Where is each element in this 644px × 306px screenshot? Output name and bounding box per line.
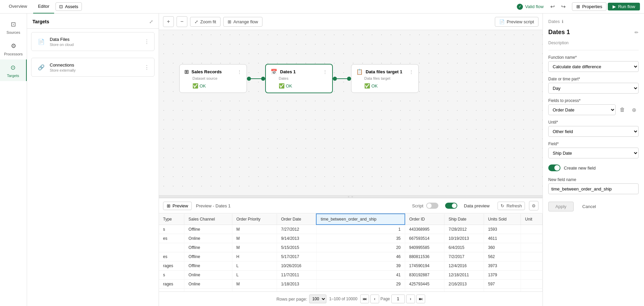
page-prev-button[interactable]: ‹ [370, 295, 379, 303]
page-last-button[interactable]: ⏭ [416, 295, 425, 303]
page-label: Page [381, 297, 390, 301]
table-cell: 1/16/2017 [444, 289, 484, 292]
dates1-status: ✅ OK [271, 83, 327, 88]
right-panel-name-row: Dates 1 ✏ [548, 29, 639, 36]
zoom-fit-button[interactable]: ⤢ Zoom fit [190, 17, 221, 27]
arrange-flow-button[interactable]: ⊞ Arrange flow [223, 17, 262, 27]
edit-icon[interactable]: ✏ [635, 30, 639, 35]
date-part-select[interactable]: Day Month Year Hour Minute [548, 83, 639, 94]
delete-field-button[interactable]: 🗑 [618, 105, 627, 114]
table-cell: 1/18/2013 [277, 280, 316, 289]
function-name-group: Function name* Calculate date difference… [548, 55, 639, 72]
resize-handle[interactable]: = = [159, 195, 543, 198]
table-cell: 10/19/2013 [444, 234, 484, 243]
zoom-in-button[interactable]: + [163, 16, 174, 27]
until-select[interactable]: Other field Today Custom date [548, 126, 639, 137]
node-header-data-files-target: 📋 Data files target 1 ⋮ [356, 69, 414, 75]
col-time-between: time_between_order_and_ship [316, 214, 405, 225]
table-cell [159, 243, 184, 252]
preview-script-button[interactable]: 📄 Preview script [495, 17, 538, 27]
cancel-button[interactable]: Cancel [577, 202, 601, 211]
connections-menu-dots[interactable]: ⋮ [144, 64, 150, 71]
table-cell: 174590194 [405, 261, 444, 271]
table-cell: Online [184, 271, 232, 280]
table-cell: 1379 [484, 271, 521, 280]
script-toggle-switch[interactable] [426, 203, 438, 209]
fields-to-process-group: Fields to process* Order Date Ship Date … [548, 98, 639, 115]
sidebar-item-processors[interactable]: ⚙ Processors [0, 38, 27, 59]
sidebar-item-sources[interactable]: ⊡ Sources [0, 16, 27, 38]
table-row: ragesOnlineM1/18/2013294257934452/16/201… [159, 280, 543, 289]
page-next-button[interactable]: › [406, 295, 415, 303]
table-cell: 41 [316, 271, 405, 280]
data-table: Type Sales Channel Order Priority Order … [159, 213, 543, 291]
table-cell [521, 261, 543, 271]
target-card-data-files[interactable]: 📄 Data Files Store on cloud ⋮ [31, 32, 155, 51]
tab-editor[interactable]: Editor [33, 0, 54, 14]
divider-1 [548, 50, 639, 50]
dates1-menu-dots[interactable]: ⋮ [323, 69, 327, 75]
targets-header: Targets ⤢ [27, 14, 159, 29]
table-cell: 830192887 [405, 271, 444, 280]
page-first-button[interactable]: ⏮ [360, 295, 369, 303]
dates1-icon: 📅 [271, 69, 277, 75]
table-cell: 1476 [484, 289, 521, 292]
add-field-button[interactable]: ⊕ [629, 105, 639, 114]
right-panel-breadcrumb-row: Dates ℹ [548, 19, 639, 24]
run-flow-icon: ▶ [613, 4, 616, 9]
preview-button[interactable]: ⊞ Preview [163, 202, 192, 210]
new-field-name-input[interactable] [548, 183, 639, 194]
page-number-input[interactable] [391, 295, 405, 303]
apply-button[interactable]: Apply [548, 202, 574, 211]
flow-node-sales-records[interactable]: ⊞ Sales Records ⋮ Dataset source ✅ OK [179, 64, 247, 93]
expand-button[interactable]: ⤢ [149, 19, 153, 24]
rows-per-page-select[interactable]: 1005025 [309, 295, 326, 303]
table-cell: 562 [484, 252, 521, 261]
table-cell: M [232, 243, 277, 252]
info-icon[interactable]: ℹ [562, 19, 564, 24]
conn-line-1 [251, 78, 261, 79]
tab-assets[interactable]: ⊡ Assets [55, 2, 82, 11]
create-new-field-toggle-knob [554, 165, 560, 171]
undo-button[interactable]: ↩ [548, 2, 557, 11]
table-row: esOfflineH5/17/2017468808115367/2/201756… [159, 252, 543, 261]
create-new-field-label: Create new field [564, 165, 596, 171]
table-cell [521, 280, 543, 289]
function-name-select[interactable]: Calculate date difference Add days Subtr… [548, 61, 639, 72]
table-cell: 12/4/2016 [444, 261, 484, 271]
fields-to-process-select[interactable]: Order Date Ship Date Order ID [548, 104, 616, 115]
data-files-target-menu-dots[interactable]: ⋮ [409, 69, 414, 75]
redo-button[interactable]: ↪ [558, 2, 568, 11]
flow-canvas[interactable]: ⊞ Sales Records ⋮ Dataset source ✅ OK [159, 30, 543, 195]
run-flow-button[interactable]: ▶ Run flow [608, 3, 640, 10]
date-part-label: Date or time part* [548, 77, 639, 81]
refresh-button[interactable]: ↻ Refresh [498, 202, 525, 210]
col-sales-channel: Sales Channel [184, 214, 232, 225]
flow-node-data-files-target[interactable]: 📋 Data files target 1 ⋮ Data files targe… [351, 64, 419, 93]
data-preview-toggle-switch[interactable] [445, 203, 457, 209]
target-card-connections[interactable]: 🔗 Connections Store externally ⋮ [31, 58, 155, 77]
data-files-target-ok-icon: ✅ [364, 83, 370, 88]
rows-per-page: Rows per page: 1005025 [276, 295, 326, 303]
preview-settings-button[interactable]: ⚙ [529, 201, 538, 210]
data-table-container[interactable]: Type Sales Channel Order Priority Order … [159, 213, 543, 291]
flow-node-dates1[interactable]: 📅 Dates 1 ⋮ Dates ✅ OK [265, 64, 333, 93]
page-nav: ⏮ ‹ Page › ⏭ [360, 295, 425, 303]
create-new-field-toggle[interactable] [548, 164, 560, 171]
table-cell: 6/4/2015 [444, 243, 484, 252]
table-cell [521, 252, 543, 261]
data-files-target-status: ✅ OK [356, 83, 414, 88]
zoom-out-button[interactable]: − [177, 16, 187, 27]
tab-overview[interactable]: Overview [4, 0, 32, 14]
right-panel: Dates ℹ Dates 1 ✏ Description Function n… [543, 14, 644, 306]
table-cell: rages [159, 289, 184, 292]
data-files-menu-dots[interactable]: ⋮ [144, 39, 150, 45]
sales-records-menu-dots[interactable]: ⋮ [237, 69, 242, 75]
connections-icon: 🔗 [36, 62, 46, 72]
settings-icon: ⚙ [532, 203, 536, 208]
properties-button[interactable]: ⊞ Properties [572, 2, 606, 11]
table-cell: L [232, 261, 277, 271]
sales-records-icon: ⊞ [184, 69, 189, 75]
sidebar-item-targets[interactable]: ⊙ Targets [0, 59, 27, 81]
field-select[interactable]: Ship Date Order Date Order ID [548, 148, 639, 158]
